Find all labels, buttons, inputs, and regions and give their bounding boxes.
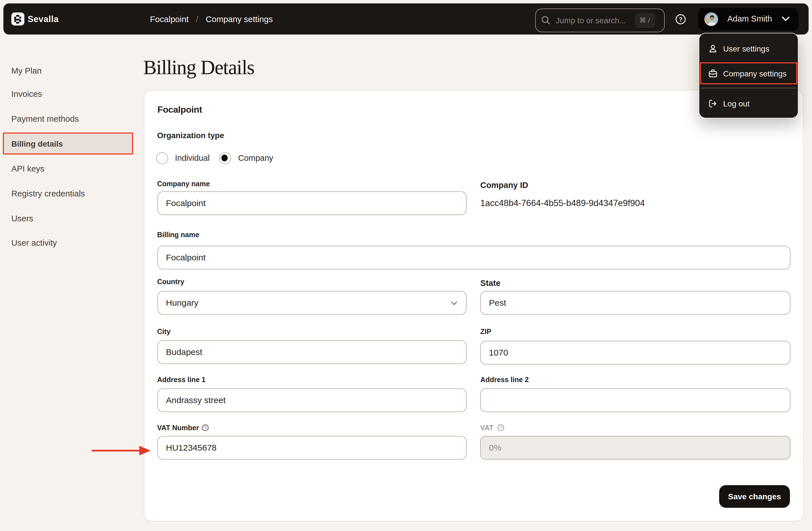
svg-text:?: ? bbox=[204, 425, 206, 430]
svg-text:?: ? bbox=[679, 16, 682, 23]
svg-text:?: ? bbox=[500, 425, 502, 430]
